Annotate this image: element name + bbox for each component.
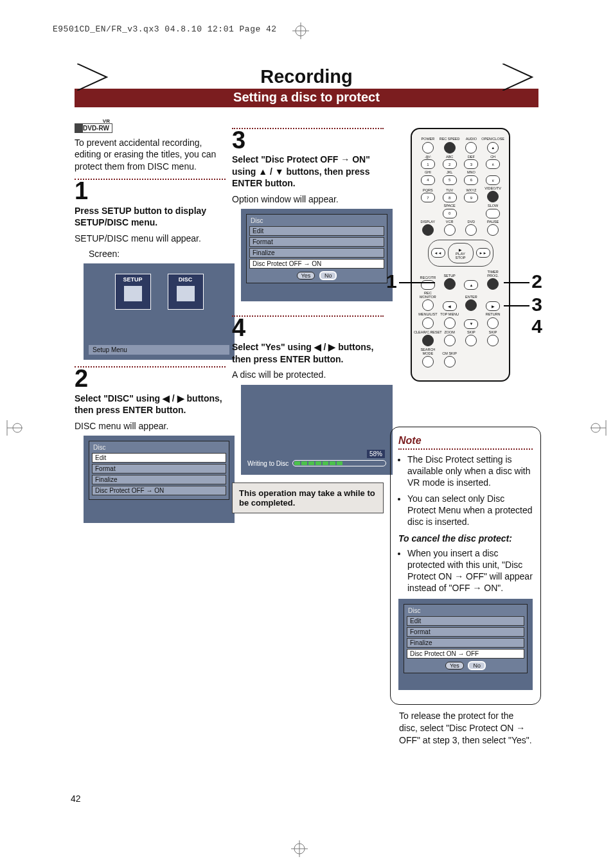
step-2-head: Select "DISC" using ◀ / ▶ buttons, then … (75, 393, 226, 416)
note-bullet: The Disc Protect setting is available on… (407, 454, 533, 489)
enter-button-icon (465, 299, 477, 311)
step-4-number: 4 (232, 317, 384, 339)
step-2-number: 2 (75, 368, 226, 389)
osd-tab-disc: DISC (168, 274, 204, 310)
step-2-body: DISC menu will appear. (75, 420, 226, 432)
callout-line-icon (399, 282, 435, 283)
intro-text: To prevent accidental recording, editing… (75, 137, 226, 172)
setup-button-icon (444, 278, 456, 290)
progress-bar (292, 460, 386, 466)
eject-button-icon: ▲ (487, 142, 499, 154)
screen-label: Screen: (89, 248, 226, 260)
osd-yes-button: Yes (445, 662, 464, 669)
osd-item: Finalize (407, 638, 524, 648)
remote-callout-2: 2 (531, 270, 542, 292)
rewind-button-icon: ◄◄ (431, 248, 445, 258)
step-4-head: Select "Yes" using ◀ / ▶ buttons, then p… (232, 341, 384, 365)
dvd-rw-badge: VR DVD-RW (75, 123, 112, 133)
column-right: POWER REC SPEED AUDIO OPEN/CLOSE▲ .@/:1A… (390, 121, 541, 750)
fastforward-button-icon: ►► (476, 248, 490, 258)
release-text: To release the protect for the disc, sel… (390, 710, 541, 747)
manual-page: E9501CD_EN/FR_v3.qx3 04.8.10 12:01 Page … (0, 0, 613, 868)
nav-up-icon: ▲ (464, 280, 478, 290)
step-3-body: Option window will appear. (232, 193, 384, 205)
edge-mark-left (3, 420, 22, 436)
osd-disc-menu: Disc Edit Format Finalize Disc Protect O… (84, 436, 235, 523)
page-title: Recording (260, 66, 352, 87)
osd-title: Disc (93, 444, 226, 451)
remote-callout-3: 3 (531, 294, 542, 315)
power-button-icon (422, 142, 434, 154)
step-1-body: SETUP/DISC menu will appear. (75, 233, 226, 244)
cancel-bullet: When you insert a disc protected with th… (407, 547, 533, 594)
osd-writing-progress: 58% Writing to Disc (241, 385, 393, 475)
remote-control-diagram: POWER REC SPEED AUDIO OPEN/CLOSE▲ .@/:1A… (411, 128, 510, 382)
osd-tab-setup: SETUP (115, 274, 151, 310)
remote-callout-4: 4 (531, 315, 542, 337)
note-title: Note (398, 434, 533, 447)
page-header: Recording (18, 66, 595, 87)
osd-item: Disc Protect OFF → ON (249, 259, 384, 269)
divider-icon (398, 448, 533, 450)
osd-item: Edit (407, 616, 524, 626)
progress-percent: 58% (367, 450, 385, 458)
audio-button-icon (465, 142, 477, 154)
step-1-head: Press SETUP button to display SETUP/DISC… (75, 205, 226, 229)
osd-title: Disc (251, 217, 384, 224)
step-3-head: Select "Disc Protect OFF → ON" using ▲ /… (232, 154, 384, 189)
osd-item: Disc Protect OFF → ON (92, 486, 226, 495)
disc-icon (177, 286, 195, 301)
register-mark-bottom (291, 840, 308, 857)
nav-down-icon: ▼ (464, 319, 478, 329)
osd-cancel-prompt: Disc Edit Format Finalize Disc Protect O… (398, 599, 533, 690)
osd-item: Format (92, 464, 226, 474)
section-title-bar: Setting a disc to protect (75, 89, 538, 107)
note-bullet: You can select only Disc Protect Menu wh… (407, 493, 533, 528)
play-pad: ◄◄ ►► ▶PLAYSTOP (428, 240, 493, 267)
step-1-number: 1 (75, 180, 226, 202)
column-left: VR DVD-RW To prevent accidental recordin… (75, 121, 226, 750)
edge-mark-right (591, 420, 610, 436)
duration-callout: This operation may take a while to be co… (232, 483, 384, 513)
column-middle: 3 Select "Disc Protect OFF → ON" using ▲… (232, 121, 384, 750)
cancel-title: To cancel the disc protect: (398, 533, 533, 544)
note-box: Note The Disc Protect setting is availab… (390, 427, 541, 705)
osd-item: Edit (249, 226, 384, 236)
osd-yes-button: Yes (297, 272, 315, 279)
file-meta: E9501CD_EN/FR_v3.qx3 04.8.10 12:01 Page … (53, 24, 595, 34)
callout-line-icon (504, 282, 529, 283)
osd-protect-prompt: Disc Edit Format Finalize Disc Protect O… (241, 209, 393, 301)
osd-item: Edit (92, 453, 226, 463)
osd-no-button: No (319, 271, 337, 280)
bracket-right-icon (502, 64, 536, 91)
recspeed-button-icon (444, 142, 456, 154)
page-number: 42 (71, 793, 81, 804)
remote-callout-1: 1 (386, 270, 397, 292)
callout-line-icon (504, 305, 529, 306)
step-4-body: A disc will be protected. (232, 369, 384, 380)
svg-point-3 (294, 844, 305, 854)
osd-footer: Setup Menu (89, 345, 229, 355)
osd-item: Disc Protect ON → OFF (407, 649, 524, 659)
osd-setup-menu: SETUP DISC Setup Menu (84, 263, 235, 360)
nav-left-icon: ◀ (443, 301, 457, 311)
nav-right-icon: ▶ (486, 301, 500, 311)
osd-title: Disc (408, 607, 524, 614)
osd-item: Format (249, 237, 384, 247)
slider-icon (124, 286, 142, 301)
osd-item: Finalize (92, 475, 226, 484)
osd-item: Format (407, 627, 524, 637)
osd-no-button: No (468, 661, 486, 670)
bracket-left-icon (77, 64, 111, 91)
progress-label: Writing to Disc (247, 460, 289, 467)
step-3-number: 3 (232, 129, 384, 151)
osd-item: Finalize (249, 248, 384, 258)
